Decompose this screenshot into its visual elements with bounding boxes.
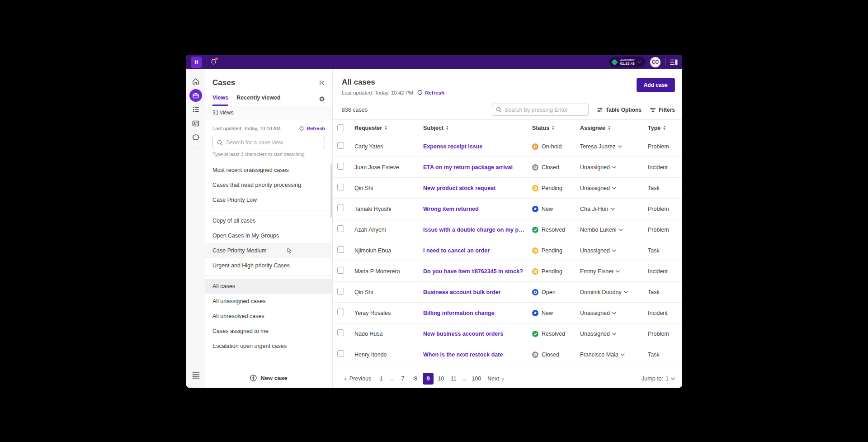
row-checkbox[interactable] bbox=[337, 225, 344, 232]
subject-link[interactable]: When is the next restock date bbox=[423, 352, 532, 358]
tab-recently-viewed[interactable]: Recently viewed bbox=[236, 95, 280, 106]
subject-link[interactable]: Expense receipt issue bbox=[423, 143, 532, 150]
assignee-dropdown[interactable]: Dominik Doudny bbox=[580, 289, 648, 295]
row-checkbox[interactable] bbox=[337, 267, 344, 274]
subject-link[interactable]: New business account orders bbox=[423, 331, 532, 337]
top-bar: it Available 01:25:43 CO bbox=[186, 55, 682, 69]
chevron-down-icon bbox=[612, 312, 616, 314]
assignee-dropdown[interactable]: Unassigned bbox=[580, 310, 648, 316]
main-refresh-button[interactable]: Refresh bbox=[417, 90, 444, 95]
table-row: Azah AnyeniIssue with a double charge on… bbox=[333, 219, 682, 240]
nav-contacts-icon[interactable] bbox=[189, 117, 202, 130]
apps-waffle-icon[interactable] bbox=[189, 369, 202, 381]
select-all-checkbox[interactable] bbox=[337, 124, 344, 131]
assignee-dropdown[interactable]: Unassigned bbox=[580, 247, 648, 254]
page-button[interactable]: 10 bbox=[435, 373, 446, 385]
column-header[interactable]: Status bbox=[532, 125, 580, 131]
tab-views[interactable]: Views bbox=[212, 95, 228, 106]
column-header[interactable]: Requester bbox=[354, 125, 423, 131]
filters-button[interactable]: Filters bbox=[650, 107, 675, 113]
previous-page-button[interactable]: ‹Previous bbox=[344, 375, 371, 382]
subject-link[interactable]: Wrong item returned bbox=[423, 206, 532, 212]
row-checkbox[interactable] bbox=[337, 142, 344, 149]
row-checkbox[interactable] bbox=[337, 163, 344, 170]
sort-icon[interactable] bbox=[446, 125, 449, 130]
next-page-button[interactable]: Next› bbox=[487, 375, 504, 382]
column-header[interactable]: Subject bbox=[423, 125, 532, 131]
page-button[interactable]: 11 bbox=[448, 373, 459, 385]
panel-toggle-icon[interactable] bbox=[670, 59, 678, 66]
view-list-item[interactable]: Urgent and High priority Cases bbox=[205, 258, 332, 273]
assignee-dropdown[interactable]: Nembo Lukeni bbox=[580, 227, 648, 233]
table-options-button[interactable]: Table Options bbox=[597, 107, 642, 113]
sidebar-scrollbar[interactable] bbox=[330, 164, 332, 218]
subject-link[interactable]: Billing information change bbox=[423, 310, 532, 316]
view-list-item[interactable]: Case Priority Medium bbox=[205, 243, 332, 258]
sort-icon[interactable] bbox=[663, 125, 666, 130]
row-checkbox[interactable] bbox=[337, 350, 344, 357]
row-checkbox[interactable] bbox=[337, 309, 344, 315]
availability-status-pill[interactable]: Available 01:25:43 bbox=[609, 57, 646, 67]
view-list-item[interactable]: Copy of all cases bbox=[205, 213, 332, 228]
sidebar-refresh-button[interactable]: Refresh bbox=[299, 126, 325, 131]
view-list-item[interactable]: Open Cases in My Groups bbox=[205, 228, 332, 243]
row-checkbox[interactable] bbox=[337, 184, 344, 190]
view-list-item[interactable]: Cases that need priority processing bbox=[205, 177, 332, 192]
collapse-sidebar-icon[interactable] bbox=[319, 80, 325, 86]
subject-link[interactable]: I need to cancel an order bbox=[423, 247, 532, 254]
sort-icon[interactable] bbox=[384, 125, 387, 130]
new-case-button[interactable]: New case bbox=[250, 375, 287, 381]
nav-home-icon[interactable] bbox=[189, 75, 202, 88]
assignee-dropdown[interactable]: Emmy Elsner bbox=[580, 268, 648, 275]
assignee-dropdown[interactable]: Unassigned bbox=[580, 185, 648, 191]
requester-cell: Juan Jose Esteve bbox=[354, 164, 423, 171]
assignee-dropdown[interactable]: Unassigned bbox=[580, 164, 648, 171]
page-button[interactable]: 9 bbox=[423, 373, 434, 385]
assignee-dropdown[interactable]: Cha Ji-Hun bbox=[580, 206, 648, 212]
assignee-dropdown[interactable]: Teresa Juarez bbox=[580, 143, 648, 150]
sort-icon[interactable] bbox=[552, 125, 555, 130]
subject-link[interactable]: Business account bulk order bbox=[423, 289, 532, 295]
row-checkbox[interactable] bbox=[337, 246, 344, 253]
table-search-input[interactable] bbox=[505, 107, 585, 113]
view-list-item[interactable]: Most recent unassigned cases bbox=[205, 162, 332, 177]
subject-link[interactable]: Issue with a double charge on my package… bbox=[423, 227, 532, 233]
row-checkbox[interactable] bbox=[337, 204, 344, 211]
page-button[interactable]: 1 bbox=[376, 373, 387, 385]
app-logo[interactable]: it bbox=[191, 57, 202, 68]
view-list-item[interactable]: All unassigned cases bbox=[205, 294, 332, 309]
column-header[interactable]: Type bbox=[648, 125, 676, 131]
case-view-search[interactable] bbox=[212, 136, 325, 149]
view-list-item[interactable]: All cases bbox=[205, 279, 332, 294]
table-row: Carly YatesExpense receipt issueOn-holdT… bbox=[333, 136, 682, 157]
assignee-dropdown[interactable]: Francisco Maia bbox=[580, 352, 648, 358]
page-button[interactable]: 8 bbox=[410, 373, 421, 385]
nav-cases-icon[interactable] bbox=[189, 89, 202, 102]
row-checkbox[interactable] bbox=[337, 288, 344, 295]
jump-to-page[interactable]: Jump to: 1 bbox=[642, 375, 675, 382]
nav-automations-icon[interactable] bbox=[189, 131, 202, 144]
subject-link[interactable]: ETA on my return package arrival bbox=[423, 164, 532, 171]
row-checkbox[interactable] bbox=[337, 329, 344, 336]
notifications-bell-icon[interactable] bbox=[210, 58, 217, 66]
subject-link[interactable]: New product stock request bbox=[423, 185, 532, 191]
page-button[interactable]: 7 bbox=[397, 373, 408, 385]
assignee-dropdown[interactable]: Unassigned bbox=[580, 331, 648, 337]
page-button[interactable]: 100 bbox=[470, 373, 483, 385]
add-case-button[interactable]: Add case bbox=[637, 78, 675, 92]
table-search[interactable] bbox=[492, 104, 589, 116]
nav-queues-icon[interactable] bbox=[189, 103, 202, 116]
view-list-item[interactable]: Case Priority Low bbox=[205, 192, 332, 207]
sort-icon[interactable] bbox=[608, 125, 611, 130]
chevron-down-icon bbox=[671, 377, 675, 380]
view-list-item[interactable]: Cases assigned to me bbox=[205, 323, 332, 338]
column-header[interactable]: Assignee bbox=[580, 125, 648, 131]
subject-link[interactable]: Do you have item #8762345 in stock? bbox=[423, 268, 532, 275]
type-cell: Task bbox=[648, 185, 676, 191]
availability-diamond-icon bbox=[611, 59, 618, 65]
view-list-item[interactable]: Escalation open urgent cases bbox=[205, 338, 332, 353]
view-list-item[interactable]: All unresolved cases bbox=[205, 309, 332, 323]
user-avatar[interactable]: CO bbox=[650, 57, 660, 67]
case-view-search-input[interactable] bbox=[226, 139, 321, 146]
gear-icon[interactable]: ⚙ bbox=[319, 95, 325, 106]
